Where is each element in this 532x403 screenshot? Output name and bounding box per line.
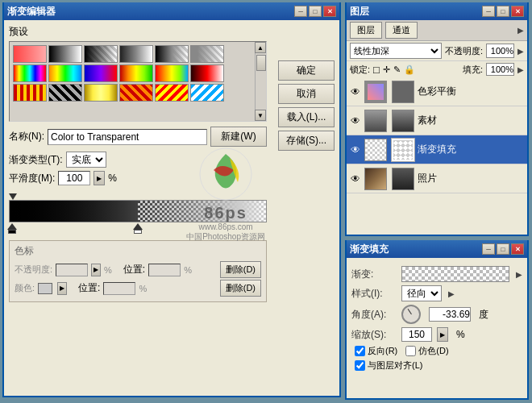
color-row: 颜色: ▶ 位置: % 删除(D) [15, 280, 261, 297]
close-button[interactable] [323, 6, 336, 17]
preset-swatch-14[interactable] [48, 84, 82, 102]
preset-swatch-12[interactable] [190, 64, 224, 82]
preset-swatch-3[interactable] [84, 45, 118, 63]
preset-swatch-13[interactable] [13, 84, 47, 102]
new-button[interactable]: 新建(W) [210, 127, 267, 147]
gf-scale-arrow[interactable]: ▶ [437, 327, 448, 342]
move-icon[interactable]: ✛ [383, 64, 390, 75]
color-swatch[interactable] [38, 283, 52, 294]
gf-minimize-button[interactable] [482, 243, 495, 255]
preset-scrollbar-thumb[interactable] [256, 55, 266, 71]
gf-checkbox-row-1: 反向(R) 仿色(D) [351, 345, 522, 357]
gf-align-layers-checkbox[interactable] [355, 360, 365, 371]
name-input[interactable] [48, 129, 207, 145]
layers-minimize-button[interactable] [482, 6, 495, 17]
gf-gradient-preview[interactable] [401, 266, 509, 282]
gradient-type-select[interactable]: 实底 [66, 152, 106, 168]
gf-dither-checkbox[interactable] [405, 346, 416, 356]
preset-swatch-17[interactable] [155, 84, 189, 102]
color-stop-white[interactable] [133, 223, 143, 234]
color-stops-area [9, 222, 267, 234]
layer-eye-photo[interactable]: 👁 [350, 173, 361, 185]
fill-input[interactable] [486, 63, 514, 76]
cancel-button[interactable]: 取消 [278, 84, 335, 104]
gf-gradient-arrow[interactable]: ▶ [516, 270, 522, 279]
gf-maximize-button[interactable] [497, 243, 509, 255]
preset-scroll-down[interactable]: ▼ [255, 110, 266, 121]
preset-swatch-5[interactable] [155, 45, 189, 63]
gf-dither-checkbox-label[interactable]: 仿色(D) [405, 345, 448, 357]
opacity-arrow[interactable]: ▶ [91, 264, 101, 276]
padlock-icon[interactable]: 🔒 [404, 64, 415, 75]
preset-swatch-8[interactable] [48, 64, 82, 82]
preset-swatch-1[interactable] [13, 45, 47, 63]
opacity-arrow-icon[interactable]: ▶ [517, 47, 524, 56]
layers-close-button[interactable] [511, 6, 524, 17]
minimize-button[interactable] [294, 6, 307, 17]
tab-channels[interactable]: 通道 [385, 22, 418, 39]
color-position-unit: % [139, 284, 147, 293]
layer-eye-material[interactable]: 👁 [350, 115, 361, 127]
preset-swatch-15[interactable] [84, 84, 118, 102]
layer-eye-color-balance[interactable]: 👁 [350, 86, 361, 98]
save-button[interactable]: 存储(S)... [278, 131, 335, 151]
gf-angle-dial[interactable] [401, 305, 421, 324]
preset-grid-container: ▲ ▼ [9, 41, 267, 122]
gf-panel-content: 渐变: ▶ 样式(I): 径向 ▶ 角度(A): 度 缩放(S): ▶ % [347, 258, 527, 379]
load-button[interactable]: 载入(L)... [278, 107, 335, 127]
preset-swatch-2[interactable] [48, 45, 82, 63]
gf-angle-input[interactable] [429, 307, 471, 322]
blend-mode-select[interactable]: 线性加深 [350, 43, 442, 59]
smoothness-up-arrow[interactable]: ▶ [94, 171, 105, 185]
maximize-button[interactable] [309, 6, 322, 17]
layer-row-color-balance[interactable]: 👁 色彩平衡 [347, 77, 527, 106]
layer-eye-gradient-fill[interactable]: 👁 [350, 144, 361, 156]
preset-scroll-up[interactable]: ▲ [255, 42, 266, 53]
gf-style-select[interactable]: 径向 [401, 285, 442, 301]
preset-swatch-6[interactable] [190, 45, 224, 63]
layers-maximize-button[interactable] [497, 6, 509, 17]
preset-swatch-4[interactable] [119, 45, 153, 63]
layer-row-material[interactable]: 👁 素材 [347, 106, 527, 135]
smoothness-input[interactable] [58, 171, 90, 185]
opacity-input[interactable] [486, 44, 514, 58]
layer-thumb-material [364, 110, 387, 132]
expand-icon[interactable]: ▶ [517, 26, 524, 35]
gf-titlebar-buttons [482, 243, 524, 255]
lock-icon[interactable]: □ [373, 64, 380, 76]
opacity-position-unit: % [184, 265, 192, 275]
preset-swatch-11[interactable] [155, 64, 189, 82]
gf-scale-unit: % [456, 329, 465, 340]
delete-opacity-stop-button[interactable]: 删除(D) [220, 261, 261, 278]
fill-label: 填充: [463, 64, 483, 76]
color-stop-black[interactable] [7, 223, 17, 234]
gf-align-layers-checkbox-label[interactable]: 与图层对齐(L) [355, 359, 422, 372]
preset-swatch-9[interactable] [84, 64, 118, 82]
gradient-bar[interactable] [9, 200, 267, 222]
preset-swatch-7[interactable] [13, 64, 47, 82]
gf-reverse-checkbox[interactable] [355, 346, 365, 356]
preset-swatch-18[interactable] [190, 84, 224, 102]
layer-row-photo[interactable]: 👁 照片 [347, 164, 527, 193]
delete-color-stop-button[interactable]: 删除(D) [220, 280, 261, 297]
brush-icon[interactable]: ✎ [393, 64, 401, 75]
color-position-input[interactable] [103, 282, 135, 295]
opacity-position-input[interactable] [148, 264, 181, 276]
color-arrow[interactable]: ▶ [57, 282, 67, 295]
gf-style-arrow[interactable]: ▶ [448, 289, 455, 298]
fill-arrow-icon[interactable]: ▶ [517, 65, 524, 74]
opacity-value-input[interactable] [56, 264, 88, 276]
preset-swatch-10[interactable] [119, 64, 153, 82]
preset-swatch-16[interactable] [119, 84, 153, 102]
gf-scale-input[interactable] [401, 327, 432, 342]
tab-layers[interactable]: 图层 [350, 22, 382, 39]
gf-reverse-checkbox-label[interactable]: 反向(R) [355, 345, 397, 357]
position-label-1: 位置: [123, 263, 145, 276]
smoothness-unit: % [108, 172, 117, 184]
layer-mask-color-balance [392, 81, 414, 103]
gf-close-button[interactable] [511, 243, 524, 255]
layers-list: 👁 色彩平衡 👁 素材 👁 [347, 77, 527, 193]
ok-button[interactable]: 确定 [278, 60, 335, 81]
layers-titlebar-buttons [482, 6, 524, 17]
layer-row-gradient-fill[interactable]: 👁 渐变填充 [347, 135, 527, 164]
